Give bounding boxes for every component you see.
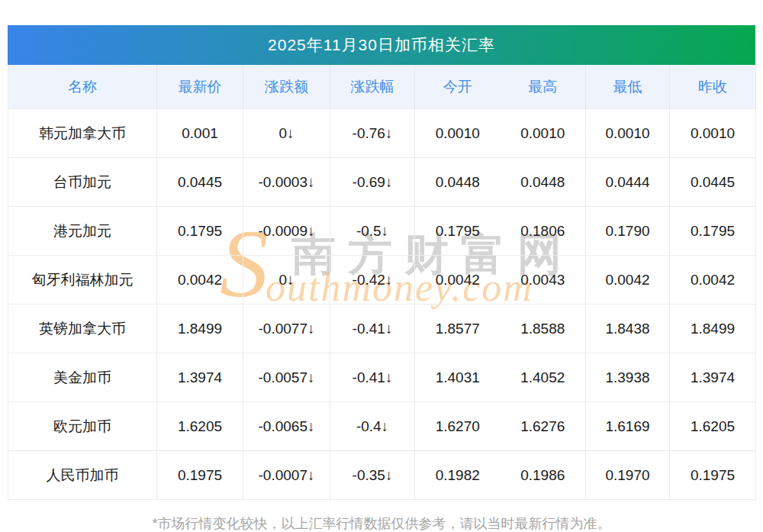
prev-close-cell: 1.3974	[670, 353, 756, 402]
name-cell: 欧元加币	[8, 402, 157, 451]
pct-cell: -0.42↓	[330, 256, 415, 305]
prev-close-cell: 0.1975	[670, 451, 756, 500]
page-title: 2025年11月30日加币相关汇率	[268, 34, 495, 56]
table-row: 英镑加拿大币 1.8499 -0.0077↓ -0.41↓ 1.8577 1.8…	[8, 305, 756, 353]
pct-cell: -0.69↓	[330, 158, 415, 207]
open-cell: 1.4031	[415, 353, 501, 402]
low-cell: 1.6169	[586, 402, 670, 451]
last-price-cell: 1.3974	[157, 353, 243, 402]
open-cell: 0.0010	[415, 109, 501, 158]
open-cell: 1.6270	[415, 402, 501, 451]
last-price-cell: 1.6205	[157, 402, 243, 451]
title-bar: 2025年11月30日加币相关汇率	[8, 25, 755, 65]
name-cell: 台币加元	[8, 158, 157, 207]
column-header-name: 名称	[8, 65, 157, 109]
open-cell: 0.1795	[415, 207, 501, 256]
pct-cell: -0.5↓	[330, 207, 415, 256]
low-cell: 0.1790	[586, 207, 670, 256]
name-cell: 美金加币	[8, 353, 157, 402]
column-header-low: 最低	[586, 65, 670, 109]
footer-note: *市场行情变化较快，以上汇率行情数据仅供参考，请以当时最新行情为准。	[8, 500, 755, 532]
high-cell: 0.1806	[501, 207, 586, 256]
open-cell: 0.1982	[415, 451, 501, 500]
high-cell: 0.0010	[501, 109, 586, 158]
last-price-cell: 0.0042	[157, 256, 243, 305]
last-price-cell: 0.0445	[157, 158, 243, 207]
high-cell: 1.8588	[501, 305, 586, 353]
prev-close-cell: 0.1795	[670, 207, 756, 256]
prev-close-cell: 0.0042	[670, 256, 756, 305]
table-row: 韩元加拿大币 0.001 0↓ -0.76↓ 0.0010 0.0010 0.0…	[8, 109, 756, 158]
last-price-cell: 0.1975	[157, 451, 243, 500]
name-cell: 韩元加拿大币	[8, 109, 157, 158]
header-row: 名称 最新价 涨跌额 涨跌幅 今开 最高 最低 昨收	[8, 65, 756, 109]
pct-cell: -0.76↓	[330, 109, 415, 158]
name-cell: 匈牙利福林加元	[8, 256, 157, 305]
low-cell: 0.0042	[586, 256, 670, 305]
high-cell: 0.0448	[501, 158, 586, 207]
low-cell: 0.0444	[586, 158, 670, 207]
high-cell: 1.4052	[501, 353, 586, 402]
prev-close-cell: 1.6205	[670, 402, 756, 451]
change-cell: -0.0077↓	[243, 305, 330, 353]
column-header-high: 最高	[501, 65, 586, 109]
open-cell: 0.0042	[415, 256, 501, 305]
table-row: 美金加币 1.3974 -0.0057↓ -0.41↓ 1.4031 1.405…	[8, 353, 756, 402]
low-cell: 1.8438	[586, 305, 670, 353]
column-header-change: 涨跌额	[243, 65, 330, 109]
name-cell: 港元加元	[8, 207, 157, 256]
prev-close-cell: 0.0445	[670, 158, 756, 207]
column-header-last: 最新价	[157, 65, 243, 109]
prev-close-cell: 1.8499	[670, 305, 756, 353]
change-cell: -0.0057↓	[243, 353, 330, 402]
low-cell: 0.0010	[586, 109, 670, 158]
pct-cell: -0.4↓	[330, 402, 415, 451]
low-cell: 0.1970	[586, 451, 670, 500]
change-cell: 0↓	[243, 256, 330, 305]
last-price-cell: 0.1795	[157, 207, 243, 256]
table-row: 台币加元 0.0445 -0.0003↓ -0.69↓ 0.0448 0.044…	[8, 158, 756, 207]
table-row: 匈牙利福林加元 0.0042 0↓ -0.42↓ 0.0042 0.0043 0…	[8, 256, 756, 305]
name-cell: 人民币加币	[8, 451, 157, 500]
change-cell: -0.0009↓	[243, 207, 330, 256]
high-cell: 0.1986	[501, 451, 586, 500]
rate-table: 名称 最新价 涨跌额 涨跌幅 今开 最高 最低 昨收 韩元加拿大币 0.001 …	[8, 65, 756, 500]
column-header-pct: 涨跌幅	[330, 65, 415, 109]
name-cell: 英镑加拿大币	[8, 305, 157, 353]
high-cell: 1.6276	[501, 402, 586, 451]
column-header-open: 今开	[415, 65, 501, 109]
prev-close-cell: 0.0010	[670, 109, 756, 158]
low-cell: 1.3938	[586, 353, 670, 402]
pct-cell: -0.41↓	[330, 305, 415, 353]
table-row: 港元加元 0.1795 -0.0009↓ -0.5↓ 0.1795 0.1806…	[8, 207, 756, 256]
change-cell: 0↓	[243, 109, 330, 158]
pct-cell: -0.41↓	[330, 353, 415, 402]
table-row: 欧元加币 1.6205 -0.0065↓ -0.4↓ 1.6270 1.6276…	[8, 402, 756, 451]
open-cell: 0.0448	[415, 158, 501, 207]
high-cell: 0.0043	[501, 256, 586, 305]
change-cell: -0.0003↓	[243, 158, 330, 207]
last-price-cell: 0.001	[157, 109, 243, 158]
column-header-prev: 昨收	[670, 65, 756, 109]
table-row: 人民币加币 0.1975 -0.0007↓ -0.35↓ 0.1982 0.19…	[8, 451, 756, 500]
rates-panel: 2025年11月30日加币相关汇率 南方财富网 S outhmoney.com …	[8, 25, 755, 500]
pct-cell: -0.35↓	[330, 451, 415, 500]
last-price-cell: 1.8499	[157, 305, 243, 353]
open-cell: 1.8577	[415, 305, 501, 353]
change-cell: -0.0007↓	[243, 451, 330, 500]
change-cell: -0.0065↓	[243, 402, 330, 451]
